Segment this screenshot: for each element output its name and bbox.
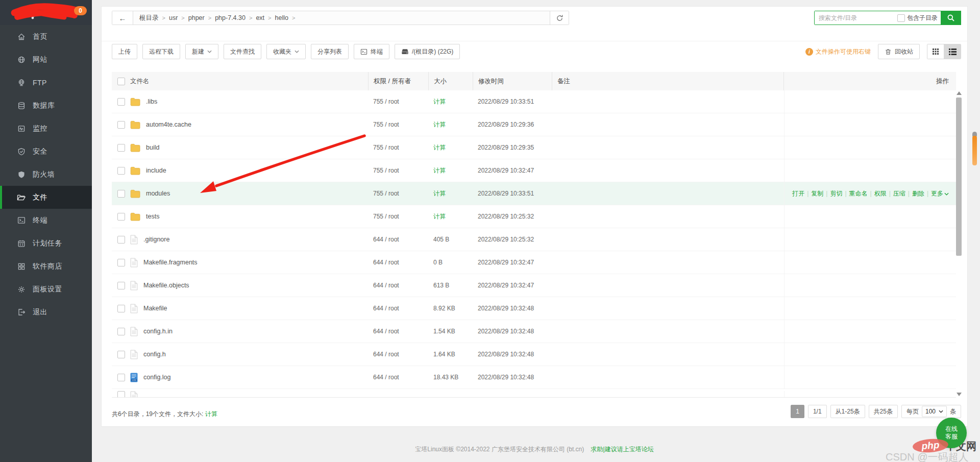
file-search-button[interactable]: 文件查找 [224, 44, 261, 59]
row-checkbox[interactable] [117, 351, 125, 358]
table-row[interactable]: config.h.in644 / root1.54 KB2022/08/29 1… [112, 320, 956, 343]
row-checkbox[interactable] [117, 305, 125, 312]
sidebar-item-store[interactable]: 软件商店 [0, 255, 92, 278]
back-button[interactable]: ← [112, 11, 133, 25]
file-name[interactable]: Makefile.objects [143, 282, 189, 289]
page-button-1[interactable]: 1 [791, 405, 804, 418]
include-subdir-checkbox[interactable] [897, 14, 905, 22]
row-action-link[interactable]: 删除 [912, 190, 924, 197]
refresh-button[interactable] [550, 11, 569, 25]
row-checkbox[interactable] [117, 213, 125, 221]
upload-button[interactable]: 上传 [112, 44, 137, 59]
row-checkbox[interactable] [117, 374, 125, 381]
calc-size-link[interactable]: 计算 [205, 410, 217, 418]
table-scrollbar-thumb[interactable] [956, 98, 962, 256]
sidebar-item-database[interactable]: 数据库 [0, 94, 92, 117]
row-checkbox[interactable] [117, 391, 125, 397]
sidebar-item-firewall[interactable]: 防火墙 [0, 163, 92, 186]
calc-size-link[interactable]: 计算 [433, 98, 446, 105]
row-checkbox[interactable] [117, 259, 125, 266]
table-row[interactable]: .libs755 / root计算2022/08/29 10:33:51 [112, 90, 956, 113]
table-row[interactable]: Makefile644 / root8.92 KB2022/08/29 10:3… [112, 297, 956, 320]
sidebar-item-security[interactable]: 安全 [0, 140, 92, 163]
row-action-link[interactable]: 剪切 [830, 190, 842, 197]
sidebar-item-ftp[interactable]: FTP [0, 71, 92, 94]
sidebar-item-site[interactable]: 网站 [0, 48, 92, 71]
table-scrollbar[interactable] [956, 90, 962, 397]
row-action-link[interactable]: 复制 [811, 190, 823, 197]
per-page-select[interactable]: 100 [922, 406, 947, 417]
scroll-up-arrow-icon[interactable] [957, 91, 962, 95]
scroll-down-arrow-icon[interactable] [957, 393, 962, 396]
sidebar-item-settings[interactable]: 面板设置 [0, 278, 92, 301]
row-checkbox[interactable] [117, 144, 125, 152]
breadcrumb-segment[interactable]: php-7.4.30 [215, 14, 246, 21]
breadcrumb-segment[interactable]: hello [275, 14, 288, 21]
remote-download-button[interactable]: 远程下载 [142, 44, 180, 59]
page-total[interactable]: 共25条 [869, 405, 898, 418]
sidebar-item-home[interactable]: 首页 [0, 25, 92, 48]
row-checkbox[interactable] [117, 328, 125, 335]
file-name[interactable]: .libs [146, 98, 157, 105]
grid-view-button[interactable] [927, 44, 944, 59]
table-row[interactable]: Makefile.objects644 / root613 B2022/08/2… [112, 274, 956, 297]
calc-size-link[interactable]: 计算 [433, 167, 446, 174]
table-row[interactable]: .gitignore644 / root405 B2022/08/29 10:2… [112, 228, 956, 251]
table-row[interactable]: build755 / root计算2022/08/29 10:29:35 [112, 136, 956, 159]
page-scrollbar-thumb[interactable] [972, 136, 977, 165]
file-name[interactable]: Makefile.fragments [143, 259, 198, 266]
file-name[interactable]: autom4te.cache [146, 121, 191, 128]
calc-size-link[interactable]: 计算 [433, 213, 446, 220]
page-range[interactable]: 从1-25条 [830, 405, 865, 418]
file-name[interactable]: .gitignore [143, 236, 169, 243]
search-input[interactable] [815, 11, 897, 25]
forum-link[interactable]: 求助|建议请上宝塔论坛 [591, 446, 654, 453]
share-list-button[interactable]: 分享列表 [311, 44, 349, 59]
list-view-button[interactable] [944, 44, 961, 59]
table-row[interactable]: autom4te.cache755 / root计算2022/08/29 10:… [112, 113, 956, 136]
row-checkbox[interactable] [117, 190, 125, 198]
sidebar-item-terminal[interactable]: 终端 [0, 209, 92, 232]
calc-size-link[interactable]: 计算 [433, 190, 446, 197]
sidebar-item-monitor[interactable]: 监控 [0, 117, 92, 140]
breadcrumb-segment[interactable]: usr [169, 14, 178, 21]
file-name[interactable]: include [146, 167, 166, 174]
table-row[interactable]: include755 / root计算2022/08/29 10:32:47 [112, 159, 956, 182]
new-button[interactable]: 新建 [185, 44, 218, 59]
search-button[interactable] [941, 11, 961, 25]
sidebar-item-logout[interactable]: 退出 [0, 301, 92, 324]
calc-size-link[interactable]: 计算 [433, 144, 446, 151]
file-name[interactable]: tests [146, 213, 159, 220]
notification-badge[interactable]: 0 [74, 6, 87, 15]
sidebar-item-files[interactable]: 文件 [0, 186, 92, 209]
terminal-button[interactable]: 终端 [354, 44, 389, 59]
page-indicator[interactable]: 1/1 [808, 405, 827, 418]
table-row[interactable]: tests755 / root计算2022/08/29 10:25:32 [112, 205, 956, 228]
recycle-bin-button[interactable]: 回收站 [878, 44, 920, 59]
file-name[interactable]: config.h.in [143, 328, 173, 335]
table-row[interactable]: LOGconfig.log644 / root18.43 KB2022/08/2… [112, 366, 956, 389]
file-name[interactable]: modules [146, 190, 170, 197]
calc-size-link[interactable]: 计算 [433, 121, 446, 128]
row-checkbox[interactable] [117, 167, 125, 175]
row-checkbox[interactable] [117, 98, 125, 106]
file-name[interactable]: config.h [143, 351, 166, 358]
table-row-partial[interactable] [112, 389, 956, 397]
row-checkbox[interactable] [117, 236, 125, 244]
row-checkbox[interactable] [117, 282, 125, 289]
table-row[interactable]: modules755 / root计算2022/08/29 10:33:51打开… [112, 182, 956, 205]
breadcrumb-segment[interactable]: ext [256, 14, 264, 21]
breadcrumb-segment[interactable]: phper [188, 14, 205, 21]
file-name[interactable]: config.log [143, 374, 171, 381]
row-checkbox[interactable] [117, 121, 125, 129]
favorites-button[interactable]: 收藏夹 [266, 44, 306, 59]
breadcrumb-segment[interactable]: 根目录 [139, 14, 159, 22]
row-action-link[interactable]: 重命名 [849, 190, 868, 197]
table-row[interactable]: config.h644 / root1.64 KB2022/08/29 10:3… [112, 343, 956, 366]
sidebar-item-cron[interactable]: 计划任务 [0, 232, 92, 255]
row-action-link[interactable]: 打开 [792, 190, 804, 197]
disk-root-button[interactable]: /(根目录) (22G) [395, 44, 460, 59]
select-all-checkbox[interactable] [117, 78, 125, 85]
table-row[interactable]: Makefile.fragments644 / root0 B2022/08/2… [112, 251, 956, 274]
file-name[interactable]: Makefile [143, 305, 167, 312]
